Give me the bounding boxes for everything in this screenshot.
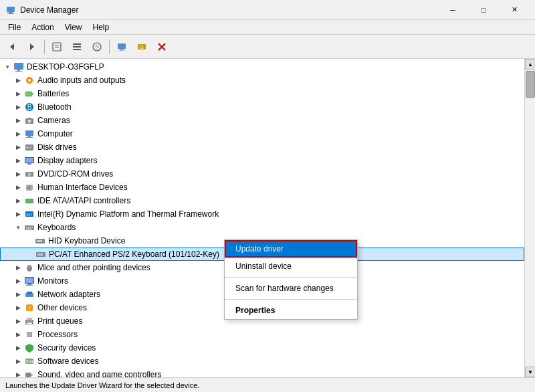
menu-view[interactable]: View <box>60 21 88 33</box>
diskdrives-expand-icon[interactable]: ▶ <box>13 142 23 152</box>
tree-item-bluetooth[interactable]: ▶ B Bluetooth <box>0 100 524 114</box>
back-button[interactable] <box>3 37 21 56</box>
tree-item-dvdrom[interactable]: ▶ DVD/CD-ROM drives <box>0 167 524 181</box>
hid-expand-icon[interactable]: ▶ <box>13 183 23 192</box>
softwaredevices-icon: SW <box>24 356 35 367</box>
help-toolbar-button[interactable]: ? <box>88 37 106 56</box>
window-controls: ─ □ ✕ <box>437 0 530 20</box>
computer-expand-icon[interactable]: ▶ <box>13 129 23 138</box>
bluetooth-label: Bluetooth <box>37 102 72 112</box>
svg-rect-59 <box>37 240 42 242</box>
list-icon <box>72 41 82 52</box>
computer-item-icon <box>24 128 35 139</box>
tree-item-softwaredevices[interactable]: ▶ SW Software devices <box>0 355 524 368</box>
menu-help[interactable]: Help <box>88 21 115 33</box>
maximize-button[interactable]: □ <box>468 0 499 20</box>
scrollbar[interactable]: ▲ ▼ <box>524 59 535 377</box>
svg-rect-57 <box>26 229 31 230</box>
tree-item-cameras[interactable]: ▶ Cameras <box>0 114 524 127</box>
intel-label: Intel(R) Dynamic Platform and Thermal Fr… <box>37 209 219 219</box>
root-expand-icon[interactable]: ▾ <box>3 62 12 72</box>
scroll-up-button[interactable]: ▲ <box>525 59 535 70</box>
soundvideo-expand-icon[interactable]: ▶ <box>13 370 23 377</box>
otherdevices-icon: ! <box>24 302 35 313</box>
forward-icon <box>27 42 37 52</box>
bluetooth-expand-icon[interactable]: ▶ <box>13 102 23 112</box>
svg-rect-13 <box>118 43 126 49</box>
processors-expand-icon[interactable]: ▶ <box>13 330 23 339</box>
context-menu-scan-changes[interactable]: Scan for hardware changes <box>225 280 357 297</box>
scan-toolbar-button[interactable]: ⊡ <box>132 37 151 56</box>
tree-item-securitydevices[interactable]: ▶ Security devices <box>0 341 524 355</box>
svg-rect-66 <box>25 278 33 283</box>
networkadapters-expand-icon[interactable]: ▶ <box>13 290 23 299</box>
tree-item-displayadapters[interactable]: ▶ Display adapters <box>0 154 524 167</box>
ideata-label: IDE ATA/ATAPI controllers <box>37 196 130 205</box>
softwaredevices-label: Software devices <box>37 357 98 366</box>
svg-marker-83 <box>31 373 33 377</box>
forward-button[interactable] <box>23 37 41 56</box>
computer-tree-icon <box>13 62 24 72</box>
securitydevices-expand-icon[interactable]: ▶ <box>13 343 23 353</box>
tree-item-processors[interactable]: ▶ Processors <box>0 328 524 341</box>
svg-rect-76 <box>27 323 32 324</box>
softwaredevices-expand-icon[interactable]: ▶ <box>13 357 23 366</box>
diskdrives-label: Disk drives <box>37 142 77 152</box>
tree-item-soundvideo[interactable]: ▶ Sound, video and game controllers <box>0 368 524 377</box>
svg-rect-74 <box>27 318 32 320</box>
keyboards-expand-icon[interactable]: ▾ <box>13 223 23 232</box>
svg-text:?: ? <box>95 44 98 51</box>
tree-item-diskdrives[interactable]: ▶ Disk drives <box>0 140 524 154</box>
scroll-thumb[interactable] <box>526 71 535 98</box>
tree-item-computer[interactable]: ▶ Computer <box>0 127 524 140</box>
mice-icon <box>24 262 35 273</box>
svg-point-44 <box>29 174 30 175</box>
list-button[interactable] <box>68 37 86 56</box>
mice-expand-icon[interactable]: ▶ <box>13 263 23 272</box>
help-icon: ? <box>92 41 102 52</box>
printqueues-expand-icon[interactable]: ▶ <box>13 316 23 326</box>
tree-item-hid[interactable]: ▶ Human Interface Devices <box>0 181 524 194</box>
svg-rect-9 <box>73 46 81 47</box>
tree-item-intel[interactable]: ▶ INT Intel(R) Dynamic Platform and Ther… <box>0 207 524 221</box>
tree-panel[interactable]: ▾ DESKTOP-O3FGFLP ▶ Audio inputs and out… <box>0 59 524 377</box>
displayadapters-expand-icon[interactable]: ▶ <box>13 156 23 165</box>
diskdrives-icon <box>24 142 35 153</box>
properties-toolbar-button[interactable] <box>47 37 66 56</box>
batteries-expand-icon[interactable]: ▶ <box>13 89 23 98</box>
scroll-track[interactable] <box>525 70 535 367</box>
context-menu-uninstall-device[interactable]: Uninstall device <box>225 258 357 275</box>
cameras-expand-icon[interactable]: ▶ <box>13 116 23 125</box>
tree-item-keyboards[interactable]: ▾ Keyboards <box>0 221 524 234</box>
dvdrom-expand-icon[interactable]: ▶ <box>13 169 23 179</box>
tree-root[interactable]: ▾ DESKTOP-O3FGFLP <box>0 60 524 74</box>
otherdevices-expand-icon[interactable]: ▶ <box>13 303 23 312</box>
delete-toolbar-button[interactable] <box>152 37 171 56</box>
tree-item-audio[interactable]: ▶ Audio inputs and outputs <box>0 74 524 87</box>
minimize-button[interactable]: ─ <box>437 0 468 20</box>
monitors-expand-icon[interactable]: ▶ <box>13 276 23 286</box>
menu-file[interactable]: File <box>3 21 26 33</box>
properties-icon <box>51 41 62 52</box>
networkadapters-label: Network adapters <box>37 290 100 299</box>
intel-expand-icon[interactable]: ▶ <box>13 209 23 219</box>
svg-marker-3 <box>10 43 14 50</box>
intel-icon: INT <box>24 209 35 219</box>
networkadapters-icon <box>24 289 35 300</box>
menu-action[interactable]: Action <box>26 21 59 33</box>
computer-toolbar-button[interactable] <box>112 37 131 56</box>
delete-icon <box>156 41 167 52</box>
scroll-down-button[interactable]: ▼ <box>525 367 535 377</box>
otherdevices-label: Other devices <box>37 303 87 312</box>
close-button[interactable]: ✕ <box>499 0 530 20</box>
audio-expand-icon[interactable]: ▶ <box>13 76 23 85</box>
tree-item-ideata[interactable]: ▶ IDE ATA/ATAPI controllers <box>0 194 524 207</box>
audio-label: Audio inputs and outputs <box>37 76 126 85</box>
ideata-expand-icon[interactable]: ▶ <box>13 196 23 205</box>
scan-icon: ⊡ <box>136 41 147 52</box>
svg-rect-14 <box>120 49 123 50</box>
context-menu-properties[interactable]: Properties <box>225 302 357 319</box>
svg-rect-75 <box>27 322 32 322</box>
context-menu-update-driver[interactable]: Update driver <box>225 240 357 258</box>
tree-item-batteries[interactable]: ▶ Batteries <box>0 87 524 100</box>
